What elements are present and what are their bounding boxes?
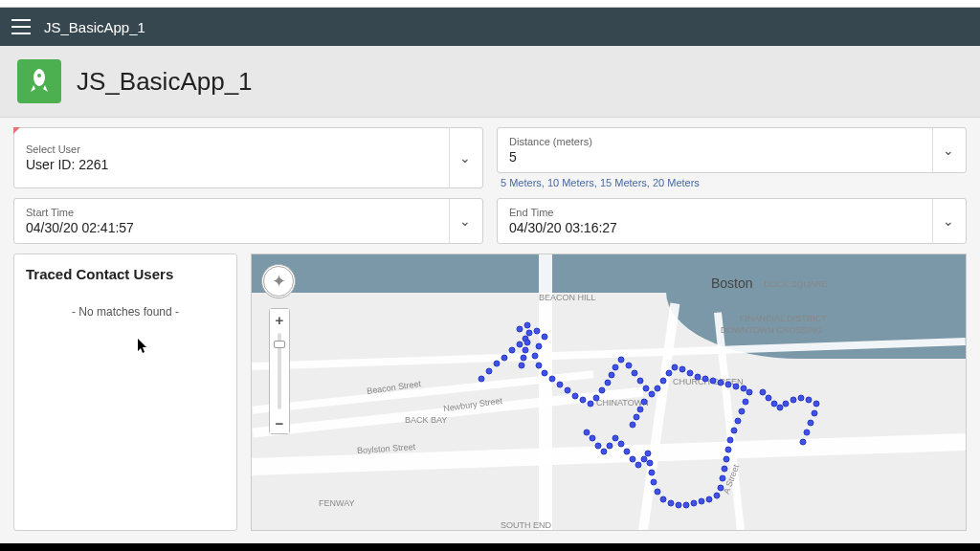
trace-point: [651, 479, 657, 486]
map-area-label: BACK BAY: [405, 415, 447, 425]
trace-point: [733, 384, 740, 390]
trace-point: [783, 401, 790, 408]
trace-point: [517, 342, 523, 348]
map-view[interactable]: Boston BEACON HILL DOCK SQUARE FINANCIAL…: [251, 253, 967, 531]
trace-point: [637, 378, 644, 385]
trace-point: [517, 326, 523, 333]
trace-point: [727, 437, 734, 444]
trace-point: [746, 389, 753, 396]
map-area-label: DOWNTOWN CROSSING: [721, 325, 822, 335]
trace-point: [599, 387, 606, 394]
trace-point: [501, 355, 508, 362]
trace-point: [624, 449, 631, 455]
trace-point: [695, 374, 702, 381]
distance-label: Distance (meters): [509, 136, 931, 147]
trace-point: [572, 393, 579, 400]
trace-point: [679, 366, 686, 373]
trace-point: [735, 418, 742, 425]
trace-point: [660, 378, 667, 385]
end-time-value: 04/30/20 03:16:27: [509, 220, 931, 235]
trace-point: [683, 502, 690, 509]
trace-point: [649, 470, 656, 476]
trace-point: [630, 456, 636, 463]
trace-point: [718, 380, 724, 386]
chevron-down-icon: ⌄: [932, 128, 954, 172]
distance-value: 5: [509, 149, 931, 165]
trace-point: [702, 376, 709, 383]
trace-point: [725, 382, 732, 388]
trace-point: [494, 361, 501, 367]
trace-point: [523, 347, 529, 354]
panel-empty-message: - No matches found -: [26, 296, 225, 345]
trace-point: [643, 386, 650, 392]
trace-point: [536, 363, 543, 369]
map-city-label: Boston: [711, 276, 753, 291]
trace-point: [720, 475, 726, 482]
trace-point: [725, 447, 732, 453]
traced-contacts-panel: Traced Contact Users - No matches found …: [13, 253, 237, 531]
trace-point: [812, 410, 818, 417]
end-time-dropdown[interactable]: End Time 04/30/20 03:16:27 ⌄: [497, 198, 967, 244]
browser-chrome-strip: [0, 0, 980, 8]
trace-point: [718, 485, 724, 492]
select-user-value: User ID: 2261: [26, 157, 448, 172]
trace-point: [542, 370, 548, 377]
app-bar: JS_BasicApp_1: [0, 8, 980, 46]
zoom-thumb[interactable]: [274, 341, 285, 348]
trace-point: [766, 395, 772, 402]
trace-point: [584, 430, 590, 436]
trace-point: [521, 355, 527, 362]
map-area-label: SOUTH END: [501, 520, 551, 530]
trace-point: [519, 363, 525, 369]
trace-point: [486, 368, 493, 375]
chevron-down-icon: ⌄: [449, 128, 471, 187]
trace-point: [635, 462, 642, 469]
compass-icon[interactable]: ✦: [261, 264, 296, 298]
filter-row-1: Select User User ID: 2261 ⌄ Distance (me…: [13, 127, 967, 188]
trace-point: [590, 435, 596, 442]
trace-point: [534, 328, 541, 335]
trace-point: [607, 443, 613, 450]
menu-icon[interactable]: [11, 19, 31, 34]
trace-point: [791, 397, 797, 404]
trace-point: [691, 500, 698, 507]
trace-point: [655, 489, 661, 496]
map-area-label: DOCK SQUARE: [764, 279, 828, 289]
map-area-label: BEACON HILL: [539, 293, 596, 302]
map-area-label: FINANCIAL DISTRICT: [740, 314, 827, 323]
zoom-out-button[interactable]: −: [270, 412, 289, 433]
trace-point: [605, 380, 612, 386]
app-logo-icon: [17, 59, 61, 103]
zoom-in-button[interactable]: +: [270, 309, 289, 330]
trace-point: [649, 391, 656, 398]
trace-point: [672, 364, 679, 371]
trace-point: [580, 397, 587, 404]
start-time-label: Start Time: [26, 207, 448, 218]
bottom-black-bar: [0, 543, 980, 551]
start-time-dropdown[interactable]: Start Time 04/30/20 02:41:57 ⌄: [13, 198, 483, 244]
zoom-control: + −: [269, 308, 290, 434]
trace-point: [800, 439, 807, 446]
trace-point: [714, 493, 721, 499]
trace-point: [699, 498, 705, 505]
trace-point: [509, 347, 516, 354]
trace-point: [668, 500, 675, 507]
zoom-slider[interactable]: [278, 333, 281, 409]
required-indicator-icon: [13, 127, 20, 134]
panel-title: Traced Contact Users: [26, 266, 225, 282]
trace-point: [526, 330, 533, 337]
trace-point: [798, 395, 805, 402]
select-user-label: Select User: [26, 143, 448, 155]
trace-point: [813, 401, 820, 408]
trace-point: [806, 397, 813, 404]
trace-point: [722, 466, 728, 473]
distance-dropdown[interactable]: Distance (meters) 5 ⌄: [497, 127, 967, 173]
trace-point: [743, 399, 749, 406]
select-user-dropdown[interactable]: Select User User ID: 2261 ⌄: [13, 127, 483, 188]
trace-point: [479, 376, 485, 383]
trace-point: [706, 496, 713, 503]
trace-point: [609, 372, 615, 379]
trace-point: [655, 386, 661, 392]
trace-point: [632, 370, 638, 377]
trace-point: [612, 364, 619, 371]
